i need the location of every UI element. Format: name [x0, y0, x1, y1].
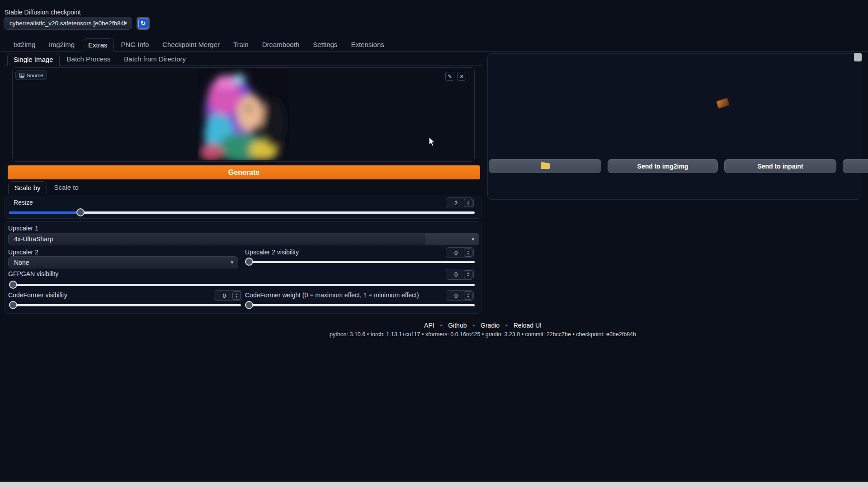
generate-label: Generate	[228, 169, 259, 177]
number-spinner[interactable]: ▴ ▾	[464, 270, 472, 278]
spin-down-icon: ▾	[467, 274, 469, 277]
refresh-icon: ↻	[138, 19, 148, 28]
slider-track[interactable]	[9, 284, 475, 286]
number-spinner[interactable]: ▴ ▾	[464, 249, 472, 257]
footer-bullet: •	[505, 322, 508, 329]
tab-scale-by[interactable]: Scale by	[8, 181, 47, 194]
upscaler2-value: None	[14, 259, 29, 266]
codeformer-weight-number-input[interactable]: 0 ▴ ▾	[446, 290, 474, 301]
slider-track[interactable]	[245, 304, 475, 306]
scale-tab-bar: Scale by Scale to	[5, 181, 484, 194]
chevron-down-icon: ▾	[231, 259, 233, 265]
chevron-down-icon: ▾	[472, 236, 474, 242]
footer-bullet: •	[440, 322, 443, 329]
codeformer-visibility-label: CodeFormer visibility	[8, 291, 67, 299]
slider-handle[interactable]	[76, 208, 85, 216]
scrollbar-thumb[interactable]	[854, 53, 862, 61]
tab-train[interactable]: Train	[227, 38, 255, 51]
stable-diffusion-webui: Stable Diffusion checkpoint cyberrealist…	[0, 0, 868, 488]
extras-subtab-bar: Single Image Batch Process Batch from Di…	[5, 52, 483, 66]
send-to-img2img-button[interactable]: Send to img2img	[608, 159, 718, 173]
source-tab[interactable]: Source	[15, 70, 47, 80]
main-tab-bar: txt2img img2img Extras PNG Info Checkpoi…	[0, 38, 868, 52]
resize-value: 2	[446, 200, 464, 206]
spin-down-icon: ▾	[467, 203, 469, 206]
slider-handle[interactable]	[245, 301, 253, 309]
checkpoint-value: cyberrealistic_v20.safetensors [e0be2fb8…	[9, 20, 126, 27]
tab-checkpoint-merger[interactable]: Checkpoint Merger	[156, 38, 226, 51]
tab-img2img[interactable]: img2img	[42, 38, 81, 51]
tab-settings[interactable]: Settings	[307, 38, 344, 51]
reload-ui-link[interactable]: Reload UI	[514, 322, 542, 329]
gfpgan-visibility-label: GFPGAN visibility	[8, 270, 58, 277]
open-output-folder-button[interactable]	[489, 159, 601, 173]
slider-track[interactable]	[245, 261, 475, 263]
version-info: python: 3.10.6 • torch: 1.13.1+cu117 • x…	[330, 331, 636, 338]
pencil-icon: ✎	[448, 74, 452, 80]
checkpoint-label: Stable Diffusion checkpoint	[5, 9, 81, 16]
upscaler1-dropdown[interactable]: 4x-UltraSharp ▾	[8, 233, 479, 245]
tab-scale-to[interactable]: Scale to	[48, 181, 85, 194]
tab-extensions[interactable]: Extensions	[344, 38, 390, 51]
spin-down-icon: ▾	[467, 253, 469, 255]
send-to-extras-button-partial[interactable]	[843, 159, 868, 173]
codeformer-visibility-slider[interactable]	[9, 301, 241, 309]
dropdown-highlight	[425, 233, 479, 245]
edit-image-button[interactable]: ✎	[445, 72, 454, 81]
spin-down-icon: ▾	[236, 296, 238, 298]
upscaler2-dropdown[interactable]: None ▾	[8, 256, 238, 268]
send-to-inpaint-button[interactable]: Send to inpaint	[724, 159, 836, 173]
gfpgan-visibility-slider[interactable]	[9, 281, 475, 289]
source-image-panel[interactable]: Source ✎ ✕	[12, 67, 475, 162]
codeformer-weight-value: 0	[446, 292, 464, 299]
checkpoint-dropdown[interactable]: cyberrealistic_v20.safetensors [e0be2fb8…	[4, 17, 132, 30]
slider-handle[interactable]	[9, 301, 17, 309]
codeformer-visibility-number-input[interactable]: 0 ▴ ▾	[214, 290, 242, 301]
number-spinner[interactable]: ▴ ▾	[232, 291, 241, 300]
spin-down-icon: ▾	[467, 296, 469, 298]
tab-extras[interactable]: Extras	[82, 38, 114, 52]
refresh-checkpoint-button[interactable]: ↻	[137, 17, 150, 30]
mouse-cursor	[429, 137, 435, 146]
number-spinner[interactable]: ▴ ▾	[464, 199, 472, 207]
tab-txt2img[interactable]: txt2img	[7, 38, 42, 51]
number-spinner[interactable]: ▴ ▾	[464, 291, 472, 300]
resize-label: Resize	[14, 199, 33, 206]
codeformer-weight-label: CodeFormer weight (0 = maximum effect, 1…	[245, 291, 419, 299]
gradio-link[interactable]: Gradio	[481, 322, 500, 329]
tab-png-info[interactable]: PNG Info	[115, 38, 156, 51]
upscaler2-label: Upscaler 2	[8, 249, 38, 256]
upscaler2-visibility-slider[interactable]	[245, 258, 475, 266]
send-to-img2img-label: Send to img2img	[637, 163, 689, 170]
slider-handle[interactable]	[9, 281, 17, 289]
subtab-single-image[interactable]: Single Image	[7, 53, 60, 66]
upscaler1-value: 4x-UltraSharp	[14, 235, 53, 243]
chevron-down-icon: ▾	[124, 20, 127, 26]
api-link[interactable]: API	[424, 322, 434, 329]
resize-slider[interactable]	[9, 208, 475, 216]
tab-dreambooth[interactable]: Dreambooth	[256, 38, 306, 51]
subtab-batch-from-directory[interactable]: Batch from Directory	[118, 52, 192, 66]
upscaler2-visibility-label: Upscaler 2 visibility	[245, 249, 299, 256]
gfpgan-visibility-number-input[interactable]: 0 ▴ ▾	[446, 269, 474, 280]
upscaler1-label: Upscaler 1	[8, 225, 38, 232]
output-panel	[487, 53, 862, 200]
codeformer-weight-slider[interactable]	[245, 301, 475, 309]
slider-fill	[9, 211, 80, 214]
codeformer-visibility-value: 0	[214, 292, 232, 299]
send-to-inpaint-label: Send to inpaint	[757, 163, 803, 170]
gfpgan-visibility-value: 0	[446, 271, 464, 278]
close-icon: ✕	[459, 74, 463, 80]
slider-track[interactable]	[9, 304, 241, 306]
github-link[interactable]: Github	[448, 322, 467, 329]
folder-icon	[541, 163, 550, 169]
clear-image-button[interactable]: ✕	[457, 72, 466, 81]
slider-handle[interactable]	[245, 258, 253, 266]
subtab-batch-process[interactable]: Batch Process	[61, 52, 117, 66]
generate-button[interactable]: Generate	[8, 165, 480, 179]
bottom-bar	[0, 482, 868, 488]
source-image-preview	[198, 69, 289, 160]
resize-number-input[interactable]: 2 ▴ ▾	[446, 197, 474, 208]
upscaler2-visibility-number-input[interactable]: 0 ▴ ▾	[446, 247, 474, 258]
source-tab-label: Source	[27, 73, 43, 78]
